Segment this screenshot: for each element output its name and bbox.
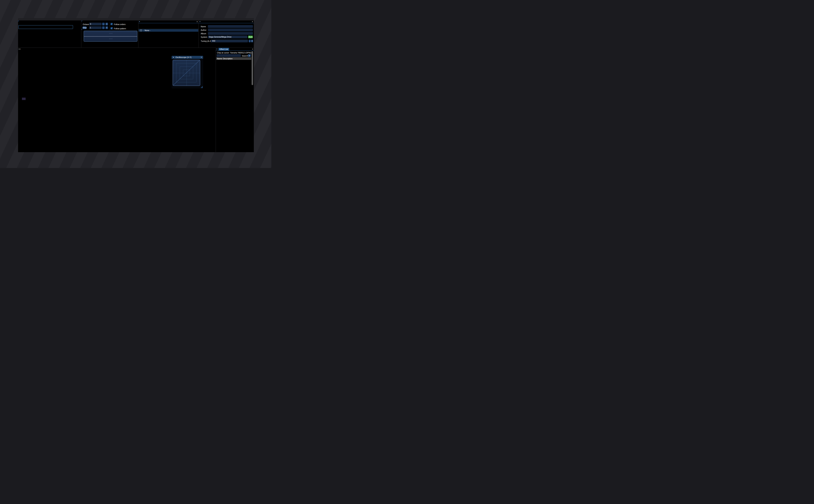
orders-selected-row[interactable] <box>18 25 73 29</box>
chevron-down-icon[interactable]: ▼ <box>173 57 174 58</box>
instruments-tab-bar: ▼ × <box>138 20 198 23</box>
system-label: System <box>201 36 207 38</box>
follow-orders-checkbox[interactable]: ✔ <box>110 23 113 25</box>
pattern-cursor <box>22 98 26 100</box>
octave-label: Octave <box>83 23 89 25</box>
close-icon[interactable]: × <box>196 20 198 23</box>
instrument-list-item[interactable]: - None - <box>139 29 198 32</box>
follow-orders-label: Follow orders <box>114 23 125 25</box>
resize-grip[interactable] <box>200 86 203 88</box>
scrollbar-thumb[interactable] <box>252 51 253 85</box>
album-field[interactable] <box>208 32 253 35</box>
step-button[interactable]: Step <box>82 26 87 29</box>
tuning-increment-button[interactable]: + <box>251 40 253 42</box>
volume-meter <box>84 31 137 42</box>
desktop-background: Octave 3 - + Step 1 - + ✔ Follow orders … <box>0 0 271 168</box>
system-auto-button[interactable]: Auto <box>248 36 253 38</box>
panel-divider[interactable] <box>81 20 81 48</box>
pattern-editor: ++ <box>18 48 139 152</box>
column-description: Description <box>223 57 233 60</box>
oscilloscope-display <box>173 60 200 86</box>
tab-effect-list[interactable]: Effect List <box>218 48 229 50</box>
system-field[interactable]: Sega Genesis/Mega Drive <box>208 36 247 38</box>
octave-decrement-button[interactable]: - <box>102 23 105 25</box>
hamburger-menu-icon[interactable]: ≡ <box>248 54 251 57</box>
panel-corner <box>81 21 83 22</box>
close-icon[interactable]: × <box>201 56 202 59</box>
expand-channels-button[interactable]: ++ <box>18 48 21 50</box>
step-input[interactable]: 1 <box>89 26 102 29</box>
play-controls-panel: Octave 3 - + Step 1 - + ✔ Follow orders … <box>81 20 138 48</box>
radio-icon <box>140 29 142 31</box>
search-input[interactable] <box>216 54 241 57</box>
chevron-down-icon[interactable]: ▼ <box>216 48 218 50</box>
follow-pattern-checkbox[interactable]: ✔ <box>110 27 113 29</box>
oscilloscope-title-bar[interactable]: ▼ Oscilloscope (X-Y) × <box>172 56 203 59</box>
name-label: Name <box>201 25 206 28</box>
tuning-label: Tuning (A-4) <box>201 40 211 42</box>
effect-list-tab-bar: ▼ Effect List × <box>216 48 254 51</box>
chevron-down-icon[interactable]: ▼ <box>199 21 201 22</box>
close-icon[interactable]: × <box>252 48 253 50</box>
chip-at-cursor-text: Chip at cursor: Yamaha YM2612 (OPN2) <box>217 52 252 54</box>
oscilloscope-window[interactable]: ▼ Oscilloscope (X-Y) × <box>172 56 203 88</box>
orders-panel <box>18 20 81 48</box>
diagonal-trace <box>173 60 200 85</box>
column-name: Name <box>216 57 223 60</box>
octave-input[interactable]: 3 <box>89 23 102 25</box>
tuning-field[interactable]: 440 <box>211 40 248 42</box>
song-info-panel: ▼ × Name Author Album System Sega Genesi… <box>199 20 254 48</box>
menu-bar <box>18 18 254 20</box>
search-label: Search <box>242 55 248 57</box>
panel-corner <box>81 29 83 30</box>
album-label: Album <box>201 32 206 35</box>
instruments-panel: ▼ × - None - <box>138 20 198 48</box>
chevron-down-icon[interactable]: ▼ <box>139 21 140 22</box>
panel-divider[interactable] <box>198 20 199 48</box>
panel-corner <box>18 21 19 22</box>
step-increment-button[interactable]: + <box>105 26 108 29</box>
author-label: Author <box>201 29 206 31</box>
tuning-decrement-button[interactable]: - <box>249 40 251 42</box>
divider <box>138 29 198 29</box>
effect-table-header: Name Description <box>216 57 251 60</box>
step-decrement-button[interactable]: - <box>102 26 105 29</box>
author-field[interactable] <box>208 29 253 31</box>
name-field[interactable] <box>208 25 253 28</box>
instrument-name: - None - <box>143 29 150 32</box>
oscilloscope-title: Oscilloscope (X-Y) <box>175 56 191 58</box>
furnace-window: Octave 3 - + Step 1 - + ✔ Follow orders … <box>18 18 254 152</box>
effect-list-panel: ▼ Effect List × Chip at cursor: Yamaha Y… <box>216 48 254 152</box>
octave-increment-button[interactable]: + <box>105 23 108 25</box>
follow-pattern-label: Follow pattern <box>114 27 126 30</box>
close-icon[interactable]: × <box>252 20 253 23</box>
song-info-tab-bar: ▼ × <box>199 20 254 23</box>
